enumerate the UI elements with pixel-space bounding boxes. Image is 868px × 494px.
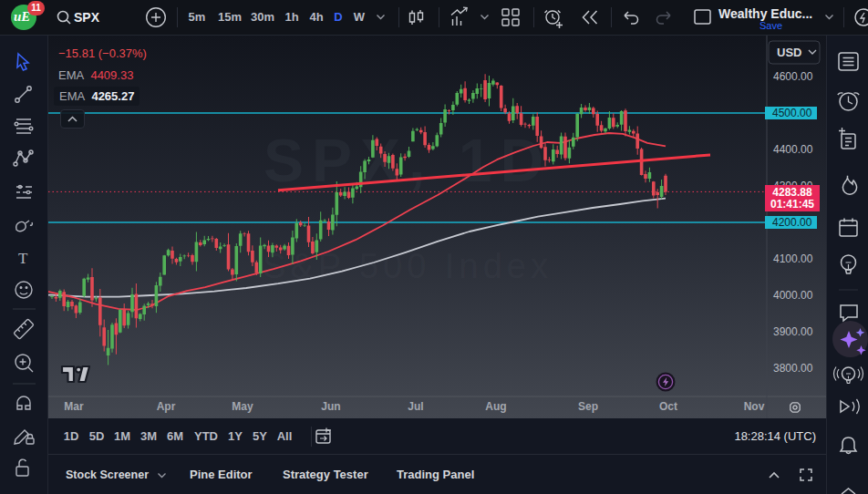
svg-text:4283.88: 4283.88 [772, 186, 812, 199]
svg-text:Nov: Nov [744, 400, 765, 413]
svg-text:4000.00: 4000.00 [773, 289, 813, 302]
svg-text:Mar: Mar [64, 400, 84, 413]
svg-text:3900.00: 3900.00 [773, 325, 813, 338]
svg-text:Oct: Oct [659, 400, 677, 413]
svg-text:USD: USD [777, 46, 801, 59]
svg-text:SPX, 1D: SPX, 1D [264, 127, 552, 194]
svg-text:3800.00: 3800.00 [773, 362, 813, 375]
svg-text:4400.00: 4400.00 [773, 143, 813, 156]
svg-text:Jun: Jun [321, 400, 340, 413]
svg-text:4100.00: 4100.00 [773, 252, 813, 265]
svg-text:T: T [18, 250, 28, 267]
svg-text:4200.00: 4200.00 [772, 216, 812, 229]
svg-text:01:41:45: 01:41:45 [770, 198, 814, 211]
svg-text:May: May [232, 400, 253, 413]
svg-text:4600.00: 4600.00 [773, 70, 813, 83]
svg-text:Sep: Sep [578, 400, 598, 413]
svg-text:Aug: Aug [485, 400, 506, 413]
svg-text:4500.00: 4500.00 [772, 107, 812, 119]
svg-text:Apr: Apr [157, 400, 176, 413]
svg-text:Jul: Jul [408, 400, 423, 413]
